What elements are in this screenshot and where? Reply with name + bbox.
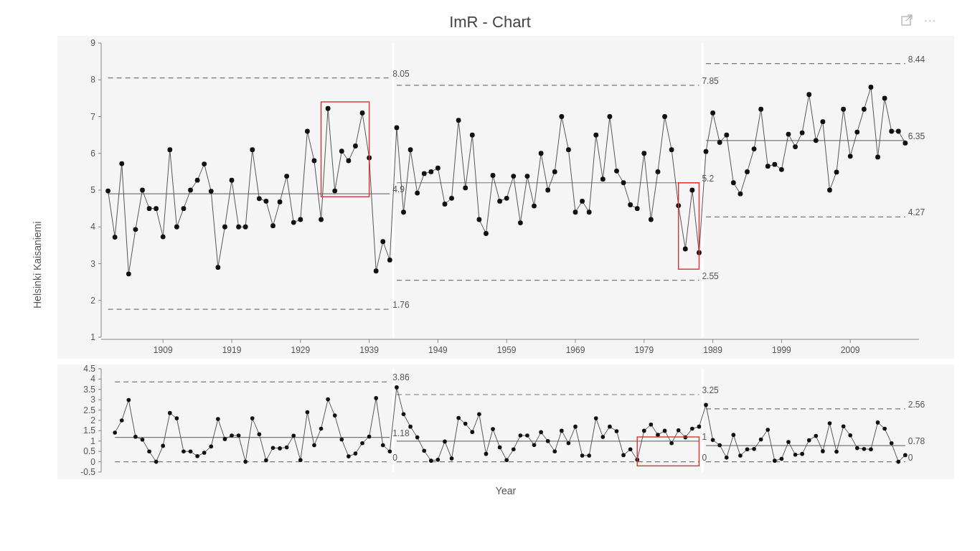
- more-options-icon[interactable]: ···: [924, 14, 937, 29]
- svg-text:8.05: 8.05: [392, 69, 410, 79]
- svg-point-272: [436, 458, 440, 462]
- svg-text:0: 0: [392, 453, 397, 463]
- svg-point-317: [745, 448, 750, 452]
- svg-point-289: [552, 449, 557, 453]
- x-axis-label: Year: [57, 485, 954, 496]
- svg-point-175: [875, 154, 880, 159]
- svg-point-167: [820, 119, 825, 124]
- svg-point-164: [800, 131, 805, 136]
- svg-point-241: [223, 437, 227, 441]
- svg-point-177: [889, 129, 894, 134]
- svg-point-312: [711, 438, 715, 443]
- share-icon[interactable]: [901, 14, 913, 29]
- svg-text:2: 2: [90, 296, 95, 306]
- svg-point-258: [339, 438, 344, 442]
- svg-point-73: [174, 225, 179, 230]
- svg-point-253: [306, 410, 310, 415]
- svg-text:2.55: 2.55: [702, 271, 719, 281]
- svg-point-119: [491, 173, 496, 178]
- svg-point-287: [539, 430, 543, 435]
- svg-point-178: [896, 129, 901, 134]
- svg-point-135: [600, 176, 606, 182]
- svg-point-321: [773, 458, 777, 463]
- svg-point-66: [126, 271, 131, 276]
- svg-point-144: [662, 114, 667, 119]
- svg-point-267: [402, 413, 406, 417]
- svg-text:2: 2: [90, 415, 95, 425]
- svg-point-322: [780, 457, 784, 461]
- svg-point-244: [243, 460, 248, 464]
- svg-point-77: [202, 161, 207, 166]
- svg-point-281: [498, 446, 502, 450]
- svg-point-85: [257, 196, 262, 201]
- svg-point-122: [511, 174, 516, 179]
- svg-point-90: [291, 220, 296, 225]
- svg-point-280: [491, 427, 495, 431]
- svg-text:1949: 1949: [428, 345, 448, 355]
- svg-point-302: [642, 429, 646, 433]
- svg-point-324: [793, 453, 798, 457]
- svg-point-162: [786, 132, 791, 137]
- svg-point-234: [175, 416, 179, 420]
- svg-point-150: [704, 149, 709, 154]
- svg-point-80: [222, 225, 227, 230]
- svg-text:0.78: 0.78: [908, 436, 925, 446]
- svg-text:1929: 1929: [291, 345, 310, 355]
- svg-point-117: [476, 217, 481, 222]
- svg-point-132: [580, 199, 585, 204]
- svg-point-72: [167, 147, 172, 152]
- svg-point-141: [641, 151, 646, 156]
- svg-point-268: [408, 425, 413, 429]
- svg-point-226: [120, 418, 124, 423]
- svg-point-161: [779, 167, 784, 172]
- svg-point-265: [388, 449, 392, 453]
- svg-point-318: [752, 447, 756, 451]
- svg-text:1909: 1909: [154, 345, 173, 355]
- svg-point-163: [793, 144, 798, 149]
- svg-point-279: [484, 452, 489, 456]
- svg-point-230: [147, 449, 151, 453]
- svg-point-299: [621, 453, 626, 458]
- svg-point-165: [806, 92, 811, 97]
- svg-text:8: 8: [90, 75, 95, 85]
- svg-text:7: 7: [90, 112, 95, 122]
- svg-point-126: [539, 151, 544, 156]
- svg-point-245: [250, 416, 255, 420]
- svg-point-313: [717, 443, 722, 448]
- svg-point-334: [862, 447, 867, 451]
- individuals-plot-area: 1234567891909191919291939194919591969197…: [57, 36, 954, 359]
- svg-text:9: 9: [90, 38, 95, 48]
- svg-point-131: [573, 209, 578, 215]
- svg-point-249: [278, 446, 282, 451]
- svg-point-290: [560, 429, 564, 433]
- svg-point-124: [525, 174, 530, 179]
- svg-text:0: 0: [908, 453, 913, 463]
- svg-point-70: [154, 206, 159, 211]
- chart-wrap: Helsinki Kaisaniemi 12345678919091919192…: [57, 36, 954, 496]
- svg-point-269: [415, 435, 420, 440]
- svg-point-130: [566, 147, 571, 152]
- svg-text:6: 6: [90, 149, 95, 159]
- svg-point-271: [429, 458, 433, 463]
- svg-text:1: 1: [90, 436, 95, 446]
- svg-point-174: [869, 85, 874, 90]
- svg-point-99: [353, 143, 358, 149]
- svg-point-172: [854, 130, 859, 135]
- svg-point-88: [278, 199, 283, 204]
- svg-text:0: 0: [90, 457, 95, 467]
- svg-point-304: [656, 433, 660, 437]
- svg-point-335: [869, 448, 873, 452]
- svg-point-157: [752, 146, 757, 151]
- svg-text:0.5: 0.5: [83, 446, 95, 456]
- svg-point-63: [105, 189, 110, 194]
- svg-point-339: [896, 460, 900, 464]
- svg-point-270: [422, 449, 426, 453]
- svg-point-151: [710, 110, 715, 116]
- svg-point-264: [381, 443, 385, 448]
- svg-point-243: [237, 433, 241, 438]
- svg-text:1939: 1939: [359, 345, 379, 355]
- svg-point-116: [470, 133, 475, 138]
- svg-point-261: [360, 441, 364, 446]
- svg-point-75: [188, 188, 193, 193]
- svg-point-92: [305, 129, 310, 134]
